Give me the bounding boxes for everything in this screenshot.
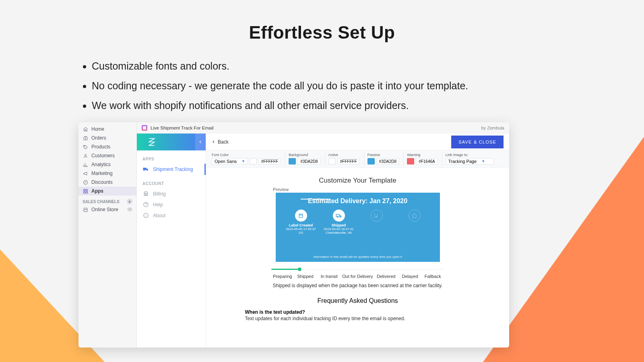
option-background[interactable]: Background #3DA2D8 [285, 152, 324, 166]
help-icon [142, 202, 149, 208]
warning-hex[interactable]: #F1646A [416, 158, 438, 165]
state-description: Shipped is displayed when the package ha… [271, 283, 444, 288]
back-button[interactable]: Back [212, 139, 229, 145]
app-header: Live Shipment Track For Email by Zembula [137, 122, 509, 134]
topbar: Back SAVE & CLOSE [206, 134, 509, 150]
preview-footnote: Information in this email will be update… [276, 255, 440, 259]
zembula-main: Back SAVE & CLOSE Font Color Open Sans▼ … [206, 134, 509, 348]
tracking-steps: Label Created 2019-09-05 17:45:37 US Shi… [281, 210, 434, 234]
background-swatch[interactable] [289, 158, 296, 165]
save-and-close-button[interactable]: SAVE & CLOSE [451, 136, 504, 148]
add-sales-channel-button[interactable]: + [127, 199, 132, 204]
tracking-node-out-for-delivery [358, 210, 396, 223]
svg-point-1 [84, 146, 85, 146]
sidebar-item-customers[interactable]: Customers [78, 151, 136, 160]
account-section-label: ACCOUNT [137, 175, 206, 188]
tracking-preview: Estimated Delivery: Jan 27, 2020 Label C… [276, 193, 440, 262]
zembula-item-help[interactable]: Help [137, 199, 206, 210]
products-icon [83, 144, 88, 150]
node-line1: 2019-09-05 18:37:41 [324, 227, 353, 231]
sidebar-item-label: Customers [91, 153, 115, 158]
orders-icon [83, 136, 88, 141]
option-label: Background [289, 153, 320, 157]
background-hex[interactable]: #3DA2D8 [297, 158, 320, 165]
link-image-select[interactable]: Tracking Page▼ [446, 158, 494, 165]
font-select[interactable]: Open Sans▼ [212, 158, 248, 165]
sidebar-item-marketing[interactable]: Marketing [78, 169, 136, 178]
sidebar-item-label: Orders [91, 135, 106, 141]
option-label: Active [328, 153, 360, 157]
zembula-item-about[interactable]: About [137, 210, 206, 221]
sidebar-item-products[interactable]: Products [78, 142, 136, 151]
sidebar-section-sales-channels: SALES CHANNELS + [78, 195, 136, 205]
sidebar-item-home[interactable]: Home [78, 125, 136, 134]
state-slider-area: PreparingShippedIn transitOut for Delive… [271, 267, 444, 288]
faq-section: Frequently Asked Questions When is the t… [245, 297, 471, 321]
svg-point-2 [85, 154, 86, 156]
svg-rect-11 [299, 214, 303, 218]
truck-icon [142, 166, 149, 173]
collapse-sidebar-button[interactable] [195, 134, 206, 150]
zembula-item-label: About [153, 213, 165, 218]
zembula-item-shipment-tracking[interactable]: Shipment Tracking [137, 164, 206, 175]
preview-store-icon[interactable] [127, 207, 132, 213]
option-label: Link Image to: [446, 153, 494, 157]
option-label: Passive [367, 153, 399, 157]
zembula-header [137, 134, 206, 150]
back-label: Back [218, 139, 229, 145]
progress-line [301, 199, 330, 200]
sidebar-item-online-store[interactable]: Online Store [78, 205, 136, 214]
svg-rect-7 [86, 191, 87, 193]
state-label: Shipped [294, 274, 317, 279]
zembula-sidebar: APPS Shipment Tracking ACCOUNT Billing H… [137, 134, 206, 348]
active-hex[interactable]: #FFFFFF [337, 158, 360, 165]
passive-hex[interactable]: #3DA2D8 [376, 158, 399, 165]
warning-swatch[interactable] [407, 158, 414, 165]
state-slider[interactable] [271, 267, 444, 272]
state-label: Fallback [421, 274, 444, 279]
store-icon [83, 207, 88, 212]
option-font[interactable]: Font Color Open Sans▼ #FFFFFF [208, 152, 284, 166]
font-color-swatch[interactable] [250, 158, 257, 165]
shopify-sidebar: Home Orders Products Customers Analytics… [78, 122, 137, 348]
sidebar-item-apps[interactable]: Apps [78, 187, 136, 195]
app-title: Live Shipment Track For Email [151, 125, 214, 130]
state-label: Preparing [271, 274, 294, 279]
passive-swatch[interactable] [367, 158, 375, 165]
zembula-logo-icon [141, 137, 157, 147]
chevron-down-icon: ▼ [242, 159, 245, 163]
active-swatch[interactable] [328, 158, 336, 165]
option-active[interactable]: Active #FFFFFF [325, 152, 363, 166]
faq-heading: Frequently Asked Questions [245, 297, 471, 304]
node-line2: Charlottesville, VA [326, 231, 352, 234]
customers-icon [83, 153, 88, 158]
tracking-node-label-created: Label Created 2019-09-05 17:45:37 US [282, 210, 320, 234]
sidebar-item-label: Discounts [91, 179, 113, 185]
options-row: Font Color Open Sans▼ #FFFFFF Background… [206, 150, 509, 168]
sidebar-item-label: Products [91, 144, 110, 150]
zembula-item-billing[interactable]: Billing [137, 188, 206, 199]
state-labels: PreparingShippedIn transitOut for Delive… [271, 274, 444, 279]
analytics-icon [83, 162, 88, 167]
svg-rect-5 [86, 189, 87, 191]
info-icon [142, 212, 149, 218]
option-passive[interactable]: Passive #3DA2D8 [364, 152, 402, 166]
font-color-hex[interactable]: #FFFFFF [258, 158, 281, 165]
sidebar-item-label: Apps [91, 188, 103, 194]
option-link-image[interactable]: Link Image to: Tracking Page▼ [442, 152, 497, 166]
hero-title: Effortless Set Up [80, 23, 564, 43]
app-logo-icon [142, 125, 147, 131]
node-label: Label Created [289, 223, 313, 227]
sidebar-item-discounts[interactable]: Discounts [78, 178, 136, 187]
chevron-down-icon: ▼ [481, 159, 485, 163]
package-icon [295, 210, 307, 222]
sidebar-item-analytics[interactable]: Analytics [78, 160, 136, 169]
sidebar-item-orders[interactable]: Orders [78, 134, 136, 142]
apps-section-label: APPS [137, 150, 206, 164]
option-warning[interactable]: Warning #F1646A [403, 152, 441, 166]
discounts-icon [83, 180, 88, 185]
template-heading: Customize Your Template [213, 172, 502, 187]
sidebar-item-label: Marketing [91, 171, 113, 176]
slider-knob[interactable] [298, 267, 301, 271]
option-label: Warning [407, 153, 438, 157]
